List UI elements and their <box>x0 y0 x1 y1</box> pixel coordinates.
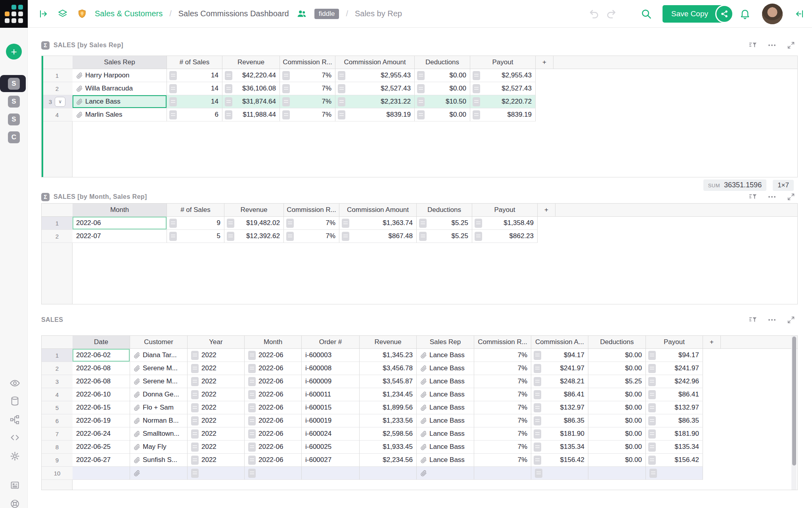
cell[interactable]: $5.25 <box>417 230 472 243</box>
open-card-icon[interactable] <box>338 110 345 119</box>
column-header[interactable]: Month <box>245 336 302 348</box>
cell[interactable]: $241.97 <box>646 362 703 375</box>
column-header[interactable]: Customer <box>130 336 188 348</box>
cell[interactable]: Serene M... <box>130 362 188 375</box>
open-card-icon[interactable] <box>191 469 199 478</box>
open-card-icon[interactable] <box>191 429 199 439</box>
cell[interactable]: i-600011 <box>302 388 360 401</box>
open-card-icon[interactable] <box>475 219 482 228</box>
column-header[interactable]: Month <box>73 204 167 216</box>
news-icon[interactable] <box>8 478 21 492</box>
open-card-icon[interactable] <box>225 84 232 93</box>
vertical-scrollbar[interactable] <box>791 336 797 490</box>
cell[interactable]: 2022-06 <box>245 349 302 362</box>
cell[interactable]: 2022 <box>188 362 245 375</box>
cell[interactable]: 7% <box>474 441 531 454</box>
open-card-icon[interactable] <box>342 232 349 241</box>
cell[interactable]: $0.00 <box>588 414 646 427</box>
cell[interactable]: 7% <box>284 217 339 230</box>
cell[interactable]: $135.34 <box>646 441 703 454</box>
row-number[interactable]: 7 <box>42 427 73 441</box>
cell[interactable]: 5 <box>167 230 224 243</box>
open-card-icon[interactable] <box>191 443 199 452</box>
corner-cell[interactable] <box>42 204 73 216</box>
cell[interactable]: Lance Bass <box>417 401 474 414</box>
cell[interactable]: i-600027 <box>302 454 360 467</box>
cell[interactable]: Sunfish S... <box>130 454 188 467</box>
cell[interactable]: i-600008 <box>302 362 360 375</box>
redo-icon[interactable] <box>605 7 618 21</box>
cell[interactable]: 2022-06-02 <box>73 349 130 362</box>
open-card-icon[interactable] <box>475 232 482 241</box>
cell[interactable]: i-600024 <box>302 427 360 441</box>
cell[interactable]: 2022-06 <box>245 375 302 388</box>
cell[interactable]: $1,234.45 <box>360 388 417 401</box>
cell[interactable]: 7% <box>474 401 531 414</box>
open-card-icon[interactable] <box>225 110 232 119</box>
cell[interactable]: $86.35 <box>646 414 703 427</box>
new-record-cell[interactable] <box>245 467 302 480</box>
cell[interactable]: $242.96 <box>646 375 703 388</box>
cell[interactable]: $839.19 <box>335 108 415 121</box>
open-card-icon[interactable] <box>191 377 199 386</box>
cell[interactable]: $839.19 <box>470 108 536 121</box>
column-header[interactable]: # of Sales <box>167 204 224 216</box>
open-card-icon[interactable] <box>248 351 256 360</box>
row-number[interactable]: 8 <box>42 441 73 454</box>
cell[interactable]: $862.23 <box>472 230 538 243</box>
cell[interactable]: $241.97 <box>531 362 588 375</box>
corner-cell[interactable] <box>42 336 73 348</box>
cell[interactable]: $31,874.64 <box>222 95 280 108</box>
open-card-icon[interactable] <box>248 456 256 465</box>
sidebar-page-item[interactable]: S <box>0 92 28 110</box>
new-record-cell[interactable] <box>474 467 531 480</box>
cell[interactable]: 2022 <box>188 388 245 401</box>
open-card-icon[interactable] <box>473 110 480 119</box>
open-card-icon[interactable] <box>169 97 177 106</box>
cell[interactable]: 7% <box>280 95 335 108</box>
open-card-icon[interactable] <box>169 110 177 119</box>
open-card-icon[interactable] <box>534 443 541 452</box>
add-column-button[interactable]: + <box>538 204 555 216</box>
cell[interactable]: Serene M... <box>130 375 188 388</box>
open-card-icon[interactable] <box>286 232 294 241</box>
sort-filter-icon[interactable] <box>748 40 758 50</box>
column-header[interactable]: Revenue <box>224 204 284 216</box>
cell[interactable]: 7% <box>474 414 531 427</box>
row-number[interactable]: 1 <box>42 349 73 362</box>
cell[interactable]: $0.00 <box>415 69 470 82</box>
cell[interactable]: 2022-06 <box>245 414 302 427</box>
eye-icon[interactable] <box>8 376 21 390</box>
open-card-icon[interactable] <box>338 97 345 106</box>
open-card-icon[interactable] <box>534 390 541 399</box>
cell[interactable]: Lance Bass <box>73 95 167 108</box>
cell[interactable]: 2022-06 <box>245 427 302 441</box>
scrollbar-thumb[interactable] <box>792 337 796 466</box>
cell[interactable]: 7% <box>474 375 531 388</box>
column-header[interactable]: Payout <box>470 56 536 69</box>
cell[interactable]: May Fly <box>130 441 188 454</box>
open-card-icon[interactable] <box>648 403 656 412</box>
cell[interactable]: $19,482.02 <box>224 217 284 230</box>
cell[interactable]: 7% <box>280 82 335 95</box>
cell[interactable]: 7% <box>474 388 531 401</box>
row-number[interactable]: 3∨ <box>42 95 73 108</box>
cell[interactable]: Lance Bass <box>417 375 474 388</box>
cell[interactable]: $1,363.74 <box>339 217 417 230</box>
cell[interactable]: 2022 <box>188 441 245 454</box>
cell[interactable]: $2,220.72 <box>470 95 536 108</box>
open-card-icon[interactable] <box>248 469 256 478</box>
cell[interactable]: 2022-06-08 <box>73 375 130 388</box>
row-number[interactable]: 9 <box>42 454 73 467</box>
open-card-icon[interactable] <box>534 403 541 412</box>
cell[interactable]: i-600019 <box>302 414 360 427</box>
share-icon[interactable] <box>715 5 733 23</box>
column-header[interactable]: Commission Amount <box>339 204 417 216</box>
sidebar-page-item[interactable]: S <box>0 75 28 92</box>
column-header[interactable]: Revenue <box>360 336 417 348</box>
widget-menu-icon[interactable] <box>767 315 777 325</box>
cell[interactable]: $0.00 <box>588 441 646 454</box>
cell[interactable]: $1,899.56 <box>360 401 417 414</box>
cell[interactable]: $11,988.44 <box>222 108 280 121</box>
add-column-button[interactable]: + <box>536 56 553 69</box>
